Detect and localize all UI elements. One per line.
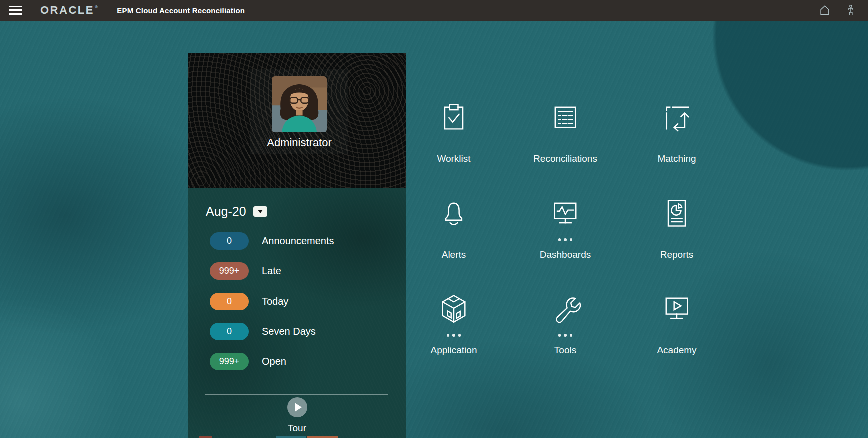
tile-reconciliations[interactable]: Reconciliations [520, 100, 610, 164]
home-icon[interactable] [816, 2, 833, 19]
chevron-down-icon[interactable] [253, 206, 267, 217]
count-badge: 0 [210, 232, 249, 250]
divider [205, 394, 388, 395]
tile-academy[interactable]: Academy [632, 292, 722, 356]
menu-hamburger-icon[interactable] [9, 6, 22, 16]
tile-label: Dashboards [540, 250, 591, 260]
app-title: EPM Cloud Account Reconciliation [117, 6, 245, 15]
tour-label: Tour [288, 423, 306, 434]
stat-label: Today [262, 296, 288, 308]
stat-label: Seven Days [262, 326, 316, 338]
worklist-icon [437, 100, 471, 134]
more-dots [447, 334, 461, 337]
count-badge: 0 [210, 293, 249, 310]
stat-row-today[interactable]: 0 Today [210, 293, 288, 310]
tile-label: Application [431, 345, 477, 356]
alerts-icon [437, 196, 471, 230]
stat-label: Open [262, 356, 286, 368]
count-badge: 999+ [210, 262, 249, 280]
stat-row-late[interactable]: 999+ Late [210, 262, 281, 280]
stat-label: Late [262, 266, 281, 277]
stat-row-announcements[interactable]: 0 Announcements [210, 232, 334, 250]
count-badge: 0 [210, 323, 249, 340]
dashboards-icon [548, 196, 582, 230]
profile-section: Administrator [188, 54, 406, 188]
oracle-logo: ORACLE ® [40, 4, 99, 17]
profile-card: Administrator [250, 69, 348, 154]
more-dots [558, 334, 573, 337]
top-bar: ORACLE ® EPM Cloud Account Reconciliatio… [0, 0, 868, 21]
tile-label: Worklist [437, 154, 470, 164]
tile-label: Alerts [442, 250, 466, 260]
period-selector[interactable]: Aug-20 [206, 204, 267, 219]
accessibility-user-icon[interactable] [842, 2, 859, 19]
tile-label: Tools [554, 345, 576, 356]
user-name: Administrator [267, 136, 332, 150]
matching-icon [660, 100, 694, 134]
oracle-logo-text: ORACLE [40, 4, 94, 17]
stat-row-seven-days[interactable]: 0 Seven Days [210, 323, 316, 340]
status-section: Aug-20 0 Announcements 999+ Late 0 Today… [188, 188, 406, 438]
summary-panel: Administrator Aug-20 0 Announcements 999… [188, 54, 406, 438]
registered-mark: ® [95, 5, 99, 10]
application-icon [437, 292, 471, 326]
academy-icon [660, 292, 694, 326]
tile-matching[interactable]: Matching [632, 100, 722, 164]
stat-row-open[interactable]: 999+ Open [210, 353, 286, 370]
tile-label: Matching [657, 154, 696, 164]
count-badge: 999+ [210, 353, 249, 370]
reports-icon [660, 196, 694, 230]
tile-tools[interactable]: Tools [520, 292, 610, 356]
avatar [272, 76, 327, 132]
tile-label: Academy [657, 345, 696, 356]
tile-dashboards[interactable]: Dashboards [520, 196, 610, 260]
tile-worklist[interactable]: Worklist [409, 100, 499, 164]
tile-reports[interactable]: Reports [632, 196, 722, 260]
tile-alerts[interactable]: Alerts [409, 196, 499, 260]
tile-label: Reconciliations [533, 154, 597, 164]
stat-label: Announcements [262, 236, 334, 247]
more-dots [558, 238, 573, 242]
tour-button[interactable]: Tour [188, 398, 406, 434]
reconciliations-icon [548, 100, 582, 134]
play-icon [287, 398, 307, 418]
period-label: Aug-20 [206, 204, 246, 219]
tile-label: Reports [660, 250, 694, 260]
tile-application[interactable]: Application [409, 292, 499, 356]
tools-icon [548, 292, 582, 326]
